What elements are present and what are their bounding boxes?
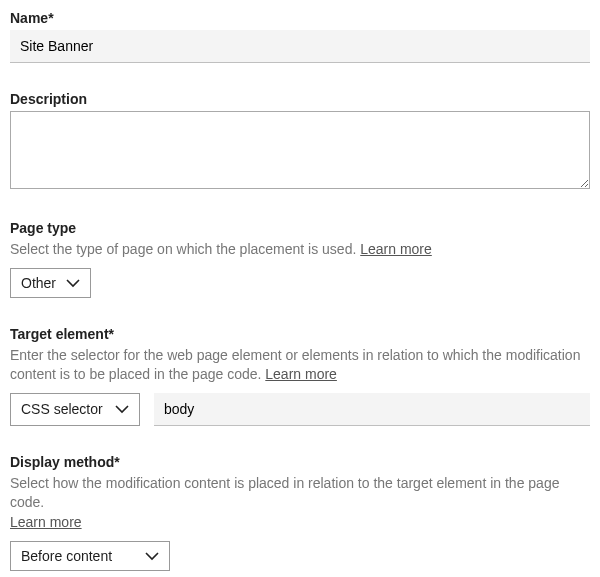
- display-method-select[interactable]: Before content: [10, 541, 170, 571]
- display-method-hint-text: Select how the modification content is p…: [10, 475, 559, 511]
- page-type-hint: Select the type of page on which the pla…: [10, 240, 590, 260]
- name-group: Name*: [10, 10, 590, 63]
- page-type-hint-text: Select the type of page on which the pla…: [10, 241, 360, 257]
- chevron-down-icon: [115, 404, 129, 414]
- display-method-learn-more-link[interactable]: Learn more: [10, 514, 82, 530]
- target-element-label: Target element*: [10, 326, 590, 342]
- page-type-label: Page type: [10, 220, 590, 236]
- chevron-down-icon: [66, 278, 80, 288]
- selector-value-input[interactable]: [154, 393, 590, 426]
- page-type-group: Page type Select the type of page on whi…: [10, 220, 590, 298]
- target-element-group: Target element* Enter the selector for t…: [10, 326, 590, 426]
- page-type-select[interactable]: Other: [10, 268, 91, 298]
- selector-type-value: CSS selector: [21, 401, 103, 417]
- name-label: Name*: [10, 10, 590, 26]
- page-type-select-value: Other: [21, 275, 56, 291]
- display-method-label: Display method*: [10, 454, 590, 470]
- selector-type-select[interactable]: CSS selector: [10, 393, 140, 426]
- display-method-hint: Select how the modification content is p…: [10, 474, 590, 533]
- display-method-value: Before content: [21, 548, 112, 564]
- description-label: Description: [10, 91, 590, 107]
- display-method-group: Display method* Select how the modificat…: [10, 454, 590, 571]
- target-element-hint: Enter the selector for the web page elem…: [10, 346, 590, 385]
- page-type-learn-more-link[interactable]: Learn more: [360, 241, 432, 257]
- name-input[interactable]: [10, 30, 590, 63]
- chevron-down-icon: [145, 551, 159, 561]
- description-group: Description: [10, 91, 590, 192]
- target-element-learn-more-link[interactable]: Learn more: [265, 366, 337, 382]
- description-textarea[interactable]: [10, 111, 590, 189]
